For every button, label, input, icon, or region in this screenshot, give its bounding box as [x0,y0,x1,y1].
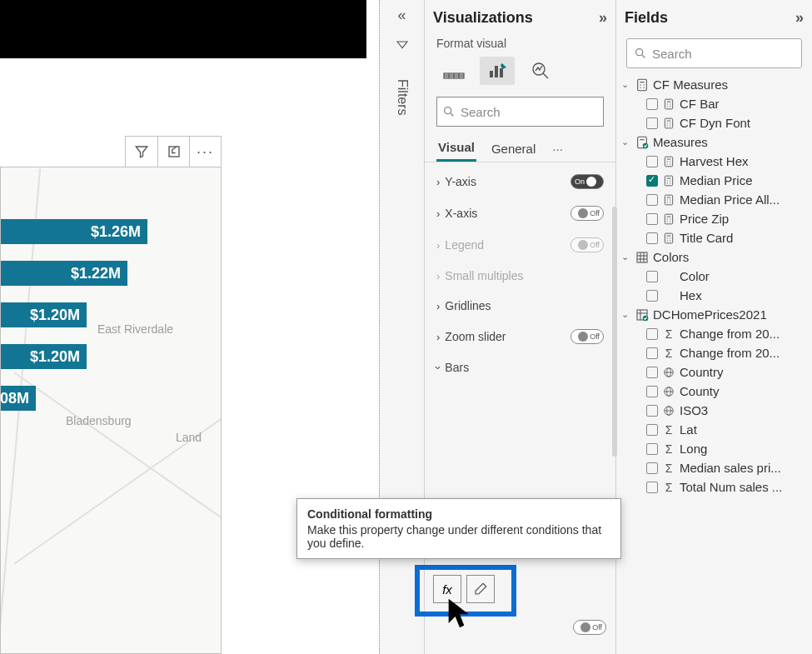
scrollbar[interactable] [612,207,617,457]
field-item[interactable]: Country [616,362,812,382]
field-checkbox[interactable] [646,386,658,397]
chevron-down-icon: ⌄ [621,309,631,320]
field-label: ISO3 [680,403,708,417]
field-checkbox[interactable] [646,175,658,187]
field-label: CF Bar [680,97,720,111]
section-y-axis[interactable]: ›Y-axis On [425,166,615,197]
field-checkbox[interactable] [646,290,658,302]
field-checkbox[interactable] [646,424,658,436]
svg-line-11 [543,73,548,78]
expand-filters-icon[interactable]: « [397,7,406,24]
field-label: Title Card [680,231,733,245]
field-group-label: Measures [653,135,708,149]
field-checkbox[interactable] [646,232,658,244]
tab-visual[interactable]: Visual [436,135,476,162]
field-label: Harvest Hex [680,154,749,168]
field-checkbox[interactable] [646,482,658,493]
field-item[interactable]: County [616,382,812,401]
y-axis-toggle[interactable]: On [570,174,604,189]
zoom-slider-toggle[interactable]: Off [570,329,604,344]
format-search-input[interactable]: Search [436,97,604,127]
field-checkbox[interactable] [646,213,658,225]
selected-visual[interactable]: ··· East Riverdale Bladensburg Land $1.2… [0,167,222,654]
field-checkbox[interactable] [646,367,658,378]
field-checkbox[interactable] [646,347,658,359]
field-item[interactable]: ΣLong [616,439,812,458]
svg-line-15 [642,55,645,57]
chevron-right-icon: › [436,207,440,220]
section-x-axis[interactable]: ›X-axis Off [425,197,615,229]
field-item[interactable]: ΣTotal Num sales ... [616,477,812,497]
conditional-formatting-tooltip: Conditional formatting Make this propert… [296,498,621,559]
field-group[interactable]: ⌄DCHomePrices2021 [616,305,812,324]
bar: $.08M [1,386,36,411]
bar: $1.22M [1,261,127,286]
field-checkbox[interactable] [646,443,658,455]
svg-point-14 [636,49,643,56]
svg-point-36 [643,142,649,148]
field-checkbox[interactable] [646,405,658,417]
chevron-right-icon: › [436,270,440,282]
build-visual-icon[interactable] [436,57,471,85]
cursor-icon [446,597,473,630]
field-item[interactable]: Median Price [616,171,812,190]
field-item[interactable]: CF Dyn Font [616,113,812,132]
field-checkbox[interactable] [646,117,658,129]
show-all-toggle[interactable]: Off [573,620,606,635]
field-checkbox[interactable] [646,462,658,474]
field-checkbox[interactable] [646,98,658,110]
collapse-fields-icon[interactable]: » [795,9,804,27]
section-legend: ›Legend Off [425,229,615,261]
field-item[interactable]: Harvest Hex [616,152,812,171]
field-label: County [680,384,720,398]
field-checkbox[interactable] [646,328,658,340]
field-item[interactable]: ΣChange from 20... [616,343,812,362]
field-item[interactable]: ΣLat [616,420,812,439]
focus-mode-icon[interactable] [157,137,189,167]
field-type-icon [662,97,675,111]
field-item[interactable]: ISO3 [616,401,812,420]
filter-icon[interactable] [126,137,157,167]
field-type-icon [662,270,675,283]
search-icon [634,47,647,60]
chevron-down-icon: ⌄ [621,79,631,90]
tab-general[interactable]: General [490,137,537,161]
field-group[interactable]: ⌄CF Measures [616,75,812,94]
map-label: Land [176,431,202,444]
fields-tree: ⌄CF MeasuresCF BarCF Dyn Font⌄MeasuresHa… [616,75,812,654]
x-axis-toggle[interactable]: Off [570,206,604,221]
analytics-icon[interactable] [523,57,558,85]
field-item[interactable]: ΣMedian sales pri... [616,458,812,477]
collapse-viz-icon[interactable]: » [599,9,607,27]
field-group[interactable]: ⌄Measures [616,132,812,152]
more-options-icon[interactable]: ··· [189,137,221,167]
svg-rect-67 [637,252,647,262]
chevron-right-icon: › [436,239,440,252]
section-zoom-slider[interactable]: ›Zoom slider Off [425,321,615,352]
field-item[interactable]: Median Price All... [616,190,812,209]
field-group[interactable]: ⌄Colors [616,247,812,267]
field-item[interactable]: ΣChange from 20... [616,324,812,343]
table-icon [635,251,649,264]
field-item[interactable]: Price Zip [616,209,812,228]
visualizations-title: Visualizations [433,9,533,27]
format-visual-icon[interactable] [480,57,515,85]
field-type-icon: Σ [662,481,675,494]
field-item[interactable]: Title Card [616,228,812,247]
section-gridlines[interactable]: ›Gridlines [425,291,615,321]
svg-rect-49 [665,195,672,205]
field-checkbox[interactable] [646,194,658,206]
field-item[interactable]: CF Bar [616,94,812,113]
field-item[interactable]: Hex [616,286,812,305]
field-item[interactable]: Color [616,267,812,286]
field-checkbox[interactable] [646,156,658,167]
svg-line-13 [451,113,453,116]
filters-trigger-icon[interactable] [395,39,410,54]
eraser-icon [473,582,488,597]
section-bars[interactable]: ›Bars [425,352,615,382]
field-label: Total Num sales ... [680,480,782,494]
field-type-icon [662,366,675,379]
fields-search-input[interactable]: Search [626,38,802,68]
field-checkbox[interactable] [646,271,658,282]
tab-more-icon[interactable]: ··· [550,137,565,161]
